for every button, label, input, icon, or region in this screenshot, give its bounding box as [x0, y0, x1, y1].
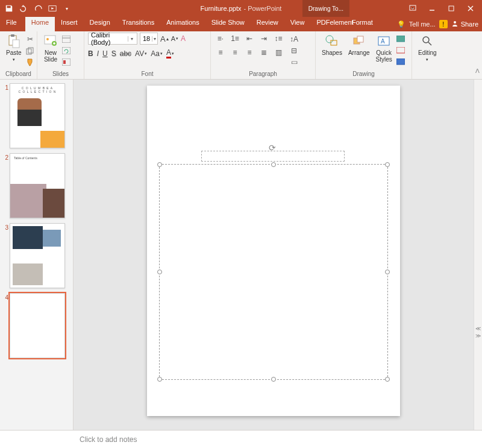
format-painter-icon[interactable] — [25, 57, 35, 67]
resize-handle[interactable] — [271, 377, 276, 382]
minimize-icon[interactable] — [428, 4, 436, 13]
ribbon-display-options-icon[interactable] — [408, 4, 417, 13]
group-drawing: Shapes Arrange A Quick Styles Drawing — [316, 31, 412, 79]
increase-font-icon[interactable]: A▴ — [160, 34, 169, 43]
quick-styles-button[interactable]: A Quick Styles — [374, 33, 395, 64]
shape-effects-icon[interactable] — [396, 57, 405, 67]
italic-button[interactable]: I — [97, 49, 99, 58]
strikethrough-button[interactable]: abc — [120, 49, 131, 58]
collapse-ribbon-icon[interactable]: ᐱ — [475, 68, 480, 74]
new-slide-button[interactable]: New Slide — [41, 33, 60, 64]
ribbon-tabs: File Home Insert Design Transitions Anim… — [0, 17, 482, 31]
bold-button[interactable]: B — [88, 49, 93, 58]
shadow-button[interactable]: S — [111, 49, 116, 58]
vertical-scrollbar[interactable] — [474, 80, 482, 430]
close-icon[interactable] — [466, 4, 475, 13]
justify-icon[interactable]: ≣ — [258, 46, 270, 58]
tab-design[interactable]: Design — [84, 17, 116, 31]
columns-icon[interactable]: ▥ — [272, 46, 284, 58]
arrange-button[interactable]: Arrange — [346, 33, 372, 57]
slide-thumbnail-4[interactable] — [10, 293, 65, 358]
line-spacing-icon[interactable]: ↕≡ — [272, 33, 284, 45]
quick-styles-label: Quick Styles — [376, 49, 392, 63]
save-icon[interactable] — [5, 4, 13, 13]
tell-me-search[interactable]: Tell me... — [409, 21, 436, 28]
quick-access-toolbar: ▾ — [0, 4, 71, 13]
font-name-combo[interactable]: Calibri (Body) ▾ — [88, 33, 137, 45]
redo-icon[interactable] — [34, 4, 42, 13]
shape-fill-icon[interactable] — [396, 34, 405, 44]
next-slide-icon[interactable]: ≫ — [475, 333, 481, 339]
align-left-icon[interactable]: ≡ — [214, 46, 227, 58]
svg-text:A: A — [381, 38, 385, 45]
align-right-icon[interactable]: ≡ — [243, 46, 255, 58]
layout-icon[interactable] — [61, 34, 71, 44]
decrease-font-icon[interactable]: A▾ — [171, 35, 178, 42]
group-slides-label: Slides — [41, 71, 80, 79]
thumb-number: 3 — [1, 223, 8, 231]
change-case-icon[interactable]: Aa▾ — [151, 49, 163, 58]
resize-handle[interactable] — [157, 270, 162, 274]
tab-slideshow[interactable]: Slide Show — [205, 17, 251, 31]
copy-icon[interactable] — [25, 46, 35, 55]
editing-button[interactable]: Editing ▾ — [416, 33, 439, 64]
numbering-icon[interactable]: 1≡ — [229, 33, 241, 45]
font-size-combo[interactable]: 18 ▾ — [140, 33, 158, 45]
slide-thumbnail-3[interactable] — [10, 223, 65, 288]
resize-handle[interactable] — [385, 377, 390, 382]
tab-file[interactable]: File — [0, 17, 25, 31]
bullets-icon[interactable]: ≡· — [214, 33, 227, 45]
shapes-button[interactable]: Shapes — [319, 33, 345, 57]
undo-icon[interactable] — [19, 4, 28, 13]
shapes-icon — [325, 34, 339, 48]
shape-outline-icon[interactable] — [396, 46, 405, 55]
section-icon[interactable] — [61, 57, 71, 67]
underline-button[interactable]: U — [102, 49, 108, 58]
window-controls — [408, 0, 482, 17]
svg-line-28 — [428, 42, 431, 45]
tab-review[interactable]: Review — [251, 17, 284, 31]
resize-handle[interactable] — [157, 377, 162, 382]
resize-handle[interactable] — [385, 270, 390, 274]
cut-icon[interactable]: ✂ — [25, 34, 35, 44]
tab-insert[interactable]: Insert — [55, 17, 84, 31]
align-text-icon[interactable]: ⊟ — [289, 46, 299, 55]
resize-handle[interactable] — [385, 162, 390, 167]
notes-pane[interactable]: Click to add notes — [0, 430, 482, 448]
tab-home[interactable]: Home — [25, 17, 55, 31]
increase-indent-icon[interactable]: ⇥ — [258, 33, 270, 45]
current-slide[interactable]: ⟳ — [147, 86, 400, 416]
qat-dropdown-icon[interactable]: ▾ — [63, 4, 71, 13]
warning-badge-icon[interactable]: ! — [439, 20, 448, 28]
slide-thumbnail-2[interactable]: Table of Contents — [10, 153, 65, 218]
slide-thumbnail-pane[interactable]: 1 C O L U M B E A C O L L E C T I O N 2 … — [0, 80, 74, 430]
tab-format[interactable]: Format — [346, 17, 379, 26]
prev-slide-icon[interactable]: ≪ — [475, 326, 481, 332]
slide-canvas-area[interactable]: ⟳ — [74, 80, 474, 430]
tab-transitions[interactable]: Transitions — [116, 17, 160, 31]
content-placeholder[interactable]: ⟳ — [159, 164, 388, 380]
decrease-indent-icon[interactable]: ⇤ — [243, 33, 255, 45]
smartart-icon[interactable]: ▭ — [289, 57, 299, 67]
paste-button[interactable]: Paste ▾ — [4, 33, 24, 64]
align-center-icon[interactable]: ≡ — [229, 46, 241, 58]
paste-label: Paste — [6, 49, 22, 56]
svg-rect-24 — [396, 36, 405, 42]
char-spacing-icon[interactable]: AV▾ — [135, 49, 147, 58]
editing-area: 1 C O L U M B E A C O L L E C T I O N 2 … — [0, 80, 482, 430]
tab-animations[interactable]: Animations — [160, 17, 205, 31]
rotate-handle-icon[interactable]: ⟳ — [269, 143, 276, 153]
slide-thumbnail-1[interactable]: C O L U M B E A C O L L E C T I O N — [10, 83, 65, 148]
resize-handle[interactable] — [271, 162, 276, 167]
svg-rect-8 — [27, 49, 31, 54]
maximize-icon[interactable] — [447, 4, 455, 13]
share-person-icon — [451, 20, 459, 28]
resize-handle[interactable] — [157, 162, 162, 167]
font-color-icon[interactable]: A▾ — [166, 48, 174, 58]
share-button[interactable]: Share — [451, 20, 478, 28]
text-direction-icon[interactable]: ↕A — [289, 34, 299, 44]
clear-formatting-icon[interactable]: A — [181, 34, 186, 43]
reset-icon[interactable] — [61, 46, 71, 55]
tab-view[interactable]: View — [284, 17, 311, 31]
start-from-beginning-icon[interactable] — [48, 4, 57, 13]
